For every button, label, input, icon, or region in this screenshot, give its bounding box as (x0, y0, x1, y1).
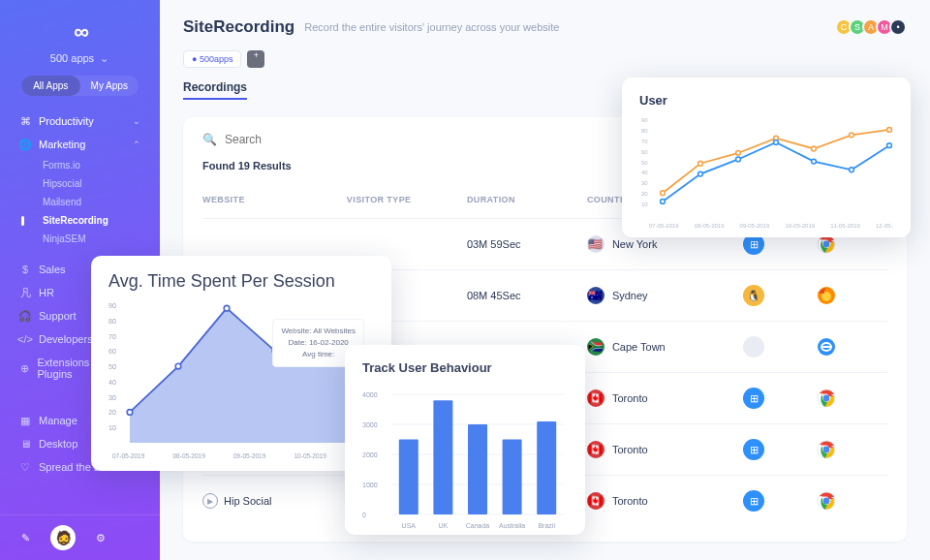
flag-icon: 🇨🇦 (587, 492, 604, 510)
svg-rect-85 (503, 440, 522, 515)
svg-text:10-05-2019: 10-05-2019 (785, 223, 815, 229)
user-line-chart: 10203040506070809007-05-201908-05-201909… (639, 115, 893, 230)
svg-point-42 (661, 200, 666, 204)
chevron-down-icon: ⌄ (98, 52, 109, 64)
page-header: SiteRecording Record the entire visitors… (183, 17, 907, 37)
svg-text:90: 90 (641, 117, 648, 123)
svg-point-64 (175, 363, 181, 369)
svg-point-19 (822, 498, 829, 505)
svg-text:09-05-2019: 09-05-2019 (233, 452, 266, 459)
svg-point-46 (812, 159, 817, 164)
svg-text:50: 50 (641, 160, 648, 166)
nav-marketing[interactable]: 🌐Marketing⌃ (0, 133, 160, 156)
avatar[interactable]: 🧔 (50, 525, 76, 550)
gear-icon[interactable]: ⚙ (95, 532, 107, 544)
feather-icon[interactable]: ✎ (19, 532, 31, 544)
svg-text:12-05-2019: 12-05-2019 (876, 223, 893, 229)
section-tab-recordings[interactable]: Recordings (183, 80, 247, 100)
svg-point-48 (887, 143, 892, 148)
svg-text:60: 60 (108, 348, 116, 355)
flag-icon: 🇦🇺 (587, 287, 604, 304)
os-icon: ⊞ (743, 490, 764, 512)
nav-sub-siterecording[interactable]: SiteRecording (0, 211, 160, 230)
svg-point-45 (774, 140, 779, 145)
cell-country: 🇿🇦Cape Town (587, 338, 743, 356)
chip-500apps[interactable]: ● 500apps (183, 50, 241, 68)
chip-add[interactable]: + (247, 50, 264, 68)
flag-icon: 🇨🇦 (587, 441, 604, 458)
brand-selector[interactable]: 500 apps⌄ (0, 52, 160, 64)
svg-text:60: 60 (641, 149, 648, 155)
track-title: Track User Behaviour (362, 360, 568, 375)
member-badges: CSAM• (839, 18, 907, 36)
search-icon: 🔍 (202, 133, 217, 146)
os-icon: 🐧 (743, 285, 764, 306)
cell-os: ⊞ (743, 439, 815, 460)
tab-all-apps[interactable]: All Apps (21, 76, 80, 96)
svg-text:1000: 1000 (362, 482, 378, 488)
nav-sub-forms[interactable]: Forms.io (0, 156, 160, 174)
avg-time-title: Avg. Time Spent Per Session (108, 271, 374, 292)
svg-text:40: 40 (641, 170, 648, 175)
nav-sub-mailsend[interactable]: Mailsend (0, 193, 160, 211)
logo: ∞ (0, 19, 160, 45)
svg-point-37 (736, 150, 741, 155)
svg-point-47 (850, 168, 854, 172)
code-icon: </> (19, 333, 31, 345)
svg-text:10: 10 (641, 202, 648, 207)
flag-icon: 🇨🇦 (587, 389, 604, 407)
svg-point-40 (850, 133, 854, 138)
os-icon: ⊞ (743, 388, 764, 409)
svg-text:4000: 4000 (362, 391, 378, 398)
svg-text:10: 10 (108, 424, 116, 431)
svg-text:11-05-2019: 11-05-2019 (830, 223, 860, 229)
svg-text:70: 70 (108, 333, 116, 340)
svg-text:80: 80 (641, 128, 648, 134)
headset-icon: 🎧 (19, 310, 31, 322)
member-badge[interactable]: • (889, 18, 907, 36)
manage-icon: ▦ (19, 415, 31, 426)
cell-browser (816, 285, 887, 306)
cell-os (743, 336, 815, 358)
svg-text:0: 0 (362, 512, 366, 518)
svg-text:3000: 3000 (362, 421, 378, 428)
svg-text:08-05-2019: 08-05-2019 (173, 452, 206, 459)
nav-sub-hipsocial[interactable]: Hipsocial (0, 174, 160, 193)
svg-text:07-05-2019: 07-05-2019 (112, 452, 145, 459)
user-chart-card: User 10203040506070809007-05-201908-05-2… (622, 78, 911, 237)
heart-icon: ♡ (19, 461, 31, 473)
svg-point-15 (822, 447, 829, 453)
chevron-down-icon: ⌄ (133, 116, 140, 126)
user-chart-title: User (639, 93, 893, 108)
tab-my-apps[interactable]: My Apps (80, 76, 140, 96)
cell-browser (816, 490, 887, 512)
nav-sub-ninjasem[interactable]: NinjaSEM (0, 230, 160, 248)
os-icon (743, 336, 764, 358)
column-header: DURATION (467, 195, 587, 204)
cell-country: 🇨🇦Toronto (587, 441, 743, 458)
cell-country: 🇺🇸New York (587, 235, 743, 253)
svg-text:UK: UK (439, 522, 449, 529)
grid-icon: ⌘ (19, 115, 31, 127)
cell-duration: 08M 45Sec (467, 290, 587, 301)
chevron-up-icon: ⌃ (133, 140, 140, 149)
play-icon[interactable]: ▶ (202, 493, 218, 509)
browser-icon (816, 388, 837, 409)
person-icon: 凡 (19, 287, 31, 298)
svg-point-41 (887, 127, 892, 132)
svg-text:80: 80 (108, 318, 116, 325)
cell-website: ▶Hip Social (202, 493, 347, 509)
globe-icon: 🌐 (19, 139, 31, 150)
svg-rect-79 (399, 440, 418, 515)
svg-point-3 (822, 241, 829, 248)
svg-text:USA: USA (402, 522, 417, 529)
browser-icon (816, 439, 837, 460)
svg-text:90: 90 (108, 302, 116, 309)
plugin-icon: ⊕ (19, 362, 30, 374)
logo-icon: ∞ (74, 19, 86, 45)
svg-point-35 (661, 191, 666, 196)
svg-text:10-05-2019: 10-05-2019 (294, 452, 327, 459)
svg-text:20: 20 (108, 409, 116, 416)
nav-productivity[interactable]: ⌘Productivity⌄ (0, 109, 160, 133)
svg-point-44 (736, 157, 741, 162)
